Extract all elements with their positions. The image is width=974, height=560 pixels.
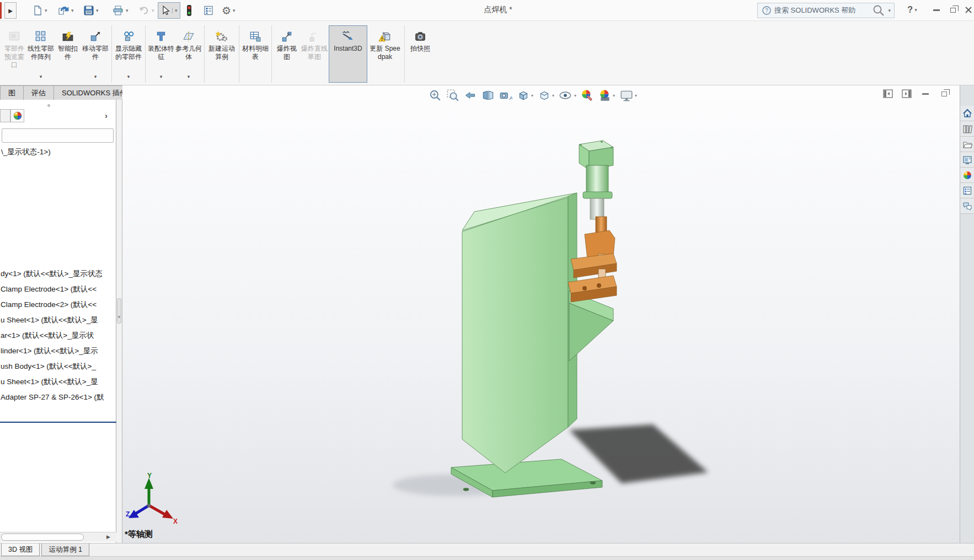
- ribbon-component-preview-button[interactable]: 零部件预览窗口: [2, 25, 27, 83]
- zoom-to-fit-icon[interactable]: [427, 88, 443, 103]
- rebuild-button[interactable]: [185, 2, 193, 19]
- collapse-right-pane-button[interactable]: [901, 88, 912, 99]
- splitter-handle[interactable]: [117, 298, 121, 324]
- tree-item[interactable]: Adapter SP-27 & SP-26<1> (默: [1, 392, 116, 402]
- tab-3d-view[interactable]: 3D 视图: [1, 543, 40, 556]
- dropdown-caret-icon[interactable]: ▾: [45, 8, 47, 13]
- air-cylinder-assembly[interactable]: [579, 141, 613, 219]
- ribbon-exploded-view-button[interactable]: 爆炸视图: [274, 25, 300, 83]
- minimize-window-button[interactable]: [930, 4, 943, 15]
- open-button[interactable]: ▾: [57, 2, 74, 19]
- tab-layout-partial[interactable]: 图: [0, 85, 24, 100]
- tree-item[interactable]: ar<1> (默认<<默认>_显示状: [1, 331, 116, 341]
- ribbon-smart-fasteners-button[interactable]: 智能扣件: [55, 25, 81, 83]
- dropdown-caret-icon[interactable]: ▾: [40, 73, 42, 82]
- dropdown-caret-icon[interactable]: ▾: [152, 8, 154, 13]
- view-settings-icon[interactable]: ▾: [618, 88, 638, 103]
- dropdown-caret-icon[interactable]: ▾: [233, 8, 236, 13]
- tree-item[interactable]: linder<1> (默认<<默认>_显示: [1, 346, 116, 356]
- previous-view-icon[interactable]: [463, 88, 478, 103]
- dynamic-annotation-views-icon[interactable]: A: [498, 88, 513, 103]
- toolbar-flyout-button[interactable]: ▶: [4, 2, 17, 19]
- ribbon-new-motion-study-button[interactable]: 新建运动算例: [206, 25, 237, 83]
- task-pane-file-explorer-button[interactable]: [960, 137, 974, 152]
- select-tool-button[interactable]: ▾: [158, 2, 180, 19]
- dropdown-caret-icon[interactable]: ▾: [552, 93, 554, 98]
- search-icon[interactable]: [872, 4, 885, 17]
- dropdown-caret-icon[interactable]: ▾: [126, 8, 129, 13]
- ribbon-move-component-button[interactable]: 移动零部件 ▾: [81, 25, 110, 83]
- upper-electrode-assembly[interactable]: [571, 217, 617, 278]
- task-pane-view-palette-button[interactable]: [960, 152, 974, 168]
- section-view-icon[interactable]: [480, 88, 496, 103]
- dropdown-caret-icon[interactable]: ▾: [71, 8, 74, 13]
- task-pane-custom-properties-button[interactable]: [960, 183, 974, 198]
- help-button[interactable]: ? ▾: [906, 4, 919, 15]
- ribbon-show-hidden-components-button[interactable]: 显示隐藏的零部件 ▾: [114, 25, 143, 83]
- restore-document-button[interactable]: [939, 88, 950, 99]
- dropdown-caret-icon[interactable]: ▾: [635, 93, 637, 98]
- machine-column[interactable]: [462, 193, 577, 473]
- ribbon-linear-pattern-button[interactable]: 线性零部件阵列 ▾: [27, 25, 55, 83]
- task-pane-home-button[interactable]: [960, 106, 974, 121]
- ribbon-update-speedpak-button[interactable]: 更新 Speedpak: [367, 25, 403, 83]
- zoom-to-area-icon[interactable]: [445, 88, 461, 103]
- tree-item[interactable]: Clamp Electrode<2> (默认<<: [1, 300, 116, 310]
- search-input[interactable]: ? 搜索 SOLIDWORKS 帮助 ▾: [757, 3, 895, 18]
- task-pane-appearances-button[interactable]: [960, 168, 974, 183]
- minimize-document-button[interactable]: [920, 88, 931, 99]
- close-window-button[interactable]: [962, 4, 974, 15]
- panel-collapse-arrow[interactable]: ›: [105, 111, 108, 120]
- view-orientation-icon[interactable]: ▾: [516, 88, 534, 103]
- new-document-button[interactable]: ▾: [32, 2, 47, 19]
- ribbon-bill-of-materials-button[interactable]: 材料明细表: [241, 25, 270, 83]
- tab-motion-study-1[interactable]: 运动算例 1: [41, 543, 89, 556]
- graphics-area[interactable]: A ▾ ▾ ▾ ▾ ▾ Y X Z *等轴测: [122, 85, 960, 543]
- scrollbar-thumb[interactable]: [1, 534, 84, 541]
- ribbon-assembly-features-button[interactable]: 装配体特征 ▾: [147, 25, 175, 83]
- task-pane-forum-button[interactable]: [960, 198, 974, 214]
- undo-button[interactable]: ▾: [138, 2, 154, 19]
- collapse-left-pane-button[interactable]: [882, 88, 893, 99]
- search-scope-caret-icon[interactable]: ▾: [888, 8, 891, 13]
- edit-appearance-icon[interactable]: [580, 88, 595, 103]
- tree-item[interactable]: ush Body<1> (默认<<默认>_: [1, 362, 116, 371]
- dropdown-caret-icon[interactable]: ▾: [96, 8, 99, 13]
- restore-window-button[interactable]: [946, 4, 960, 15]
- dropdown-caret-icon[interactable]: ▾: [172, 8, 178, 13]
- display-style-icon[interactable]: ▾: [537, 88, 555, 103]
- spot-welder-3d-model[interactable]: [122, 85, 960, 543]
- dropdown-caret-icon[interactable]: ▾: [127, 73, 130, 82]
- tab-evaluate[interactable]: 评估: [24, 85, 54, 100]
- dropdown-caret-icon[interactable]: ▾: [613, 93, 615, 98]
- panel-splitter[interactable]: [116, 100, 122, 543]
- ribbon-explode-line-sketch-button[interactable]: 爆炸直线草图: [300, 25, 329, 83]
- display-manager-tab[interactable]: [10, 109, 24, 122]
- tree-item[interactable]: u Sheet<1> (默认<<默认>_显: [1, 377, 116, 387]
- dropdown-caret-icon[interactable]: ▾: [188, 73, 190, 82]
- dropdown-caret-icon[interactable]: ▾: [160, 73, 163, 82]
- tree-root-item[interactable]: \_显示状态-1>): [1, 147, 51, 157]
- tree-item[interactable]: u Sheet<1> (默认<<默认>_显: [1, 315, 116, 325]
- display-settings-button[interactable]: [203, 2, 214, 19]
- dropdown-caret-icon[interactable]: ▾: [574, 93, 576, 98]
- task-pane-design-library-button[interactable]: [960, 121, 974, 137]
- tree-horizontal-scrollbar[interactable]: ▶: [0, 532, 116, 542]
- dropdown-caret-icon[interactable]: ▾: [531, 93, 533, 98]
- save-button[interactable]: ▾: [83, 2, 99, 19]
- options-button[interactable]: ⚙ ▾: [222, 2, 236, 19]
- ribbon-reference-geometry-button[interactable]: 参考几何体 ▾: [175, 25, 202, 83]
- help-caret-icon[interactable]: ▾: [914, 7, 917, 13]
- feature-tree-tab[interactable]: [0, 109, 10, 122]
- hide-show-items-icon[interactable]: ▾: [558, 88, 577, 103]
- feature-manager-panel: › \_显示状态-1>) dy<1> (默认<<默认>_显示状态 Clamp E…: [0, 100, 116, 543]
- tree-filter-box[interactable]: [2, 128, 114, 143]
- ribbon-instant3d-button[interactable]: Instant3D: [329, 25, 367, 83]
- print-button[interactable]: ▾: [112, 2, 129, 19]
- tree-item[interactable]: Clamp Electrode<1> (默认<<: [1, 284, 116, 294]
- ribbon-take-snapshot-button[interactable]: 拍快照: [406, 25, 434, 83]
- tree-item[interactable]: dy<1> (默认<<默认>_显示状态: [1, 269, 116, 279]
- scrollbar-right-arrow-icon[interactable]: ▶: [106, 534, 110, 540]
- dropdown-caret-icon[interactable]: ▾: [94, 73, 97, 82]
- apply-scene-icon[interactable]: ▾: [597, 88, 616, 103]
